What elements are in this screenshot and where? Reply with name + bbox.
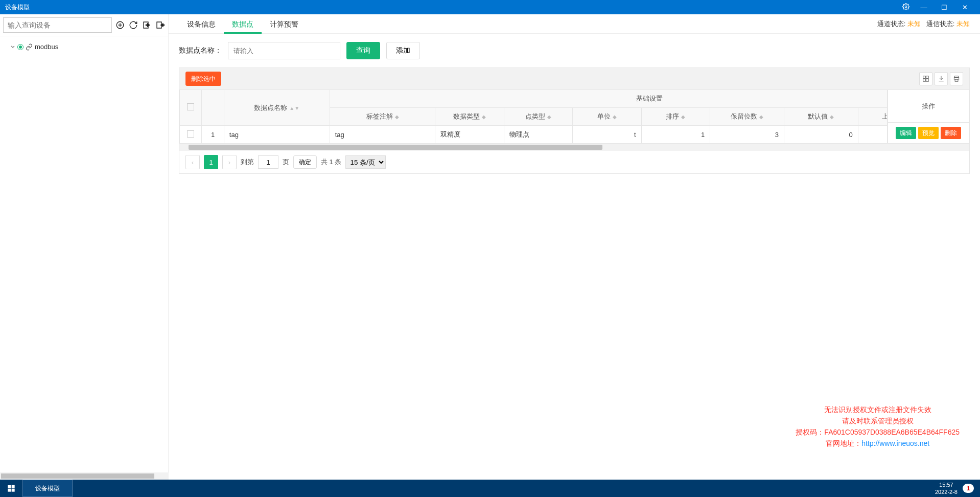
svg-rect-5 — [926, 76, 929, 79]
export-table-icon[interactable] — [935, 72, 948, 85]
tree-item-label: modbus — [35, 43, 58, 51]
search-button[interactable]: 查询 — [346, 42, 380, 59]
cell-tag-annotation: tag — [330, 126, 435, 144]
action-cell: 编辑 预览 删除 — [893, 127, 964, 139]
taskbar-app-item[interactable]: 设备模型 — [22, 480, 73, 497]
goto-suffix: 页 — [283, 157, 289, 167]
query-row: 数据点名称： 查询 添加 — [169, 34, 980, 67]
row-checkbox[interactable] — [187, 130, 194, 138]
taskbar-clock[interactable]: 15:57 2022-2-8 — [935, 481, 958, 495]
cell-tag-name: tag — [224, 126, 330, 144]
close-icon[interactable]: ✕ — [954, 4, 975, 11]
clock-time: 15:57 — [935, 481, 958, 488]
total-count: 共 1 条 — [321, 157, 341, 167]
data-table: 数据点名称▲▼ 基础设置 标签注解◆ 数据类型◆ 点类型◆ 单位◆ 排序◆ 保留… — [179, 89, 969, 144]
table-scroll-area: 数据点名称▲▼ 基础设置 标签注解◆ 数据类型◆ 点类型◆ 单位◆ 排序◆ 保留… — [179, 89, 969, 144]
query-label: 数据点名称： — [179, 46, 222, 55]
col-default-value[interactable]: 默认值◆ — [784, 108, 858, 126]
start-button[interactable] — [0, 480, 22, 497]
channel-status-value: 未知 — [907, 20, 921, 28]
col-data-point-name[interactable]: 数据点名称▲▼ — [224, 90, 330, 126]
radio-on-icon — [17, 44, 24, 50]
minimize-icon[interactable]: — — [914, 4, 934, 11]
svg-rect-11 — [8, 485, 11, 488]
col-unit[interactable]: 单位◆ — [573, 108, 641, 126]
table-toolbar: 删除选中 — [179, 68, 969, 89]
comm-status-label: 通信状态: — [926, 20, 955, 28]
import-icon[interactable] — [141, 19, 153, 31]
delete-button[interactable]: 删除 — [941, 127, 961, 139]
cell-index: 1 — [202, 126, 224, 144]
license-line-1: 无法识别授权文件或注册文件失效 — [796, 404, 960, 415]
tab-calc-warning[interactable]: 计算预警 — [262, 14, 307, 34]
window-titlebar: 设备模型 — ☐ ✕ — [0, 0, 980, 14]
settings-icon[interactable] — [898, 3, 914, 12]
tree-item-modbus[interactable]: modbus — [10, 41, 168, 52]
license-warning: 无法识别授权文件或注册文件失效 请及时联系管理员授权 授权码：FA601C059… — [796, 404, 960, 449]
svg-point-0 — [905, 6, 907, 8]
data-point-name-input[interactable] — [228, 42, 340, 59]
col-checkbox — [180, 90, 202, 126]
add-icon[interactable] — [114, 19, 126, 31]
col-decimal-places[interactable]: 保留位数◆ — [710, 108, 784, 126]
col-group-base-settings: 基础设置 — [330, 90, 969, 108]
table-container: 删除选中 — [179, 67, 970, 174]
goto-confirm-button[interactable]: 确定 — [293, 155, 317, 169]
license-line-4: 官网地址：http://www.ineuos.net — [796, 438, 960, 449]
table-row[interactable]: 1 tag tag 双精度 物理点 t 1 3 0 100 — [180, 126, 969, 144]
license-line-2: 请及时联系管理员授权 — [796, 415, 960, 426]
cell-point-type: 物理点 — [504, 126, 572, 144]
col-sort[interactable]: 排序◆ — [641, 108, 710, 126]
checkbox-all[interactable] — [187, 103, 194, 110]
scrollbar-thumb[interactable] — [189, 145, 602, 150]
export-icon[interactable] — [154, 19, 166, 31]
svg-rect-12 — [12, 485, 15, 488]
page-1-button[interactable]: 1 — [204, 155, 218, 169]
sidebar-toolbar — [0, 14, 168, 36]
taskbar: 设备模型 15:57 2022-2-8 1 — [0, 480, 980, 497]
table-horizontal-scrollbar[interactable] — [179, 144, 969, 151]
sidebar-horizontal-scrollbar[interactable] — [0, 472, 169, 480]
pagination: ‹ 1 › 到第 页 确定 共 1 条 15 条/页 — [179, 151, 969, 173]
col-tag-annotation[interactable]: 标签注解◆ — [330, 108, 435, 126]
per-page-select[interactable]: 15 条/页 — [345, 155, 386, 169]
tab-device-info[interactable]: 设备信息 — [179, 14, 224, 34]
official-url-link[interactable]: http://www.ineuos.net — [861, 439, 929, 447]
col-action: 操作 — [888, 90, 969, 123]
link-icon — [26, 43, 33, 51]
cell-sort: 1 — [641, 126, 710, 144]
channel-status-label: 通道状态: — [877, 20, 906, 28]
cell-default: 0 — [784, 126, 858, 144]
maximize-icon[interactable]: ☐ — [934, 4, 954, 11]
col-data-type[interactable]: 数据类型◆ — [435, 108, 504, 126]
add-button[interactable]: 添加 — [386, 42, 420, 59]
cell-unit: t — [573, 126, 641, 144]
prev-page-button[interactable]: ‹ — [185, 155, 200, 169]
next-page-button[interactable]: › — [222, 155, 237, 169]
preview-button[interactable]: 预览 — [918, 127, 939, 139]
refresh-icon[interactable] — [127, 19, 139, 31]
cell-data-type: 双精度 — [435, 126, 504, 144]
sidebar-scrollbar-thumb[interactable] — [1, 473, 154, 479]
tab-data-points[interactable]: 数据点 — [224, 14, 262, 34]
collapse-arrow-icon — [10, 44, 15, 50]
sidebar-icon-buttons — [114, 19, 166, 31]
svg-rect-13 — [8, 489, 11, 492]
device-search-input[interactable] — [3, 17, 112, 33]
notification-badge[interactable]: 1 — [963, 484, 974, 493]
columns-icon[interactable] — [919, 72, 932, 85]
svg-rect-14 — [12, 489, 15, 492]
content: 设备信息 数据点 计算预警 通道状态: 未知 通信状态: 未知 数据点名称： 查… — [169, 14, 980, 480]
print-icon[interactable] — [950, 72, 963, 85]
status-bar: 通道状态: 未知 通信状态: 未知 — [877, 19, 970, 29]
col-point-type[interactable]: 点类型◆ — [504, 108, 572, 126]
delete-selected-button[interactable]: 删除选中 — [185, 72, 221, 86]
clock-date: 2022-2-8 — [935, 488, 958, 495]
svg-rect-10 — [955, 79, 958, 81]
goto-page-input[interactable] — [258, 155, 278, 169]
main-area: modbus 设备信息 数据点 计算预警 通道状态: 未知 通信状态: 未知 数… — [0, 14, 980, 480]
svg-rect-4 — [923, 76, 926, 79]
sidebar: modbus — [0, 14, 169, 480]
cell-decimal: 3 — [710, 126, 784, 144]
edit-button[interactable]: 编辑 — [896, 127, 916, 139]
